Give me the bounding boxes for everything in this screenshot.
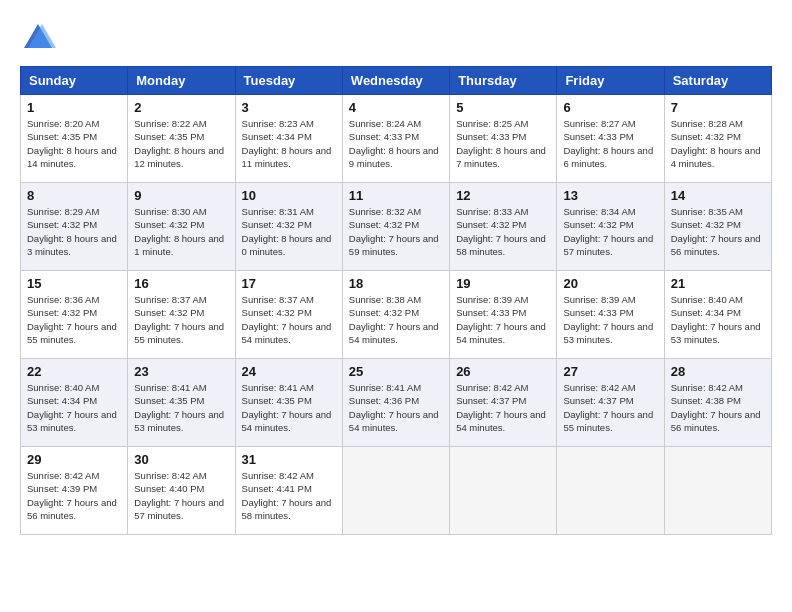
day-number: 21 <box>671 276 765 291</box>
day-number: 19 <box>456 276 550 291</box>
day-number: 10 <box>242 188 336 203</box>
day-info: Sunrise: 8:37 AMSunset: 4:32 PMDaylight:… <box>242 293 336 346</box>
day-info: Sunrise: 8:30 AMSunset: 4:32 PMDaylight:… <box>134 205 228 258</box>
calendar-cell <box>664 447 771 535</box>
day-number: 12 <box>456 188 550 203</box>
day-number: 7 <box>671 100 765 115</box>
col-header-wednesday: Wednesday <box>342 67 449 95</box>
day-info: Sunrise: 8:28 AMSunset: 4:32 PMDaylight:… <box>671 117 765 170</box>
day-number: 8 <box>27 188 121 203</box>
day-number: 15 <box>27 276 121 291</box>
day-info: Sunrise: 8:39 AMSunset: 4:33 PMDaylight:… <box>563 293 657 346</box>
day-number: 3 <box>242 100 336 115</box>
col-header-friday: Friday <box>557 67 664 95</box>
calendar-week-row: 1Sunrise: 8:20 AMSunset: 4:35 PMDaylight… <box>21 95 772 183</box>
calendar-cell: 5Sunrise: 8:25 AMSunset: 4:33 PMDaylight… <box>450 95 557 183</box>
day-info: Sunrise: 8:42 AMSunset: 4:39 PMDaylight:… <box>27 469 121 522</box>
day-number: 2 <box>134 100 228 115</box>
day-number: 20 <box>563 276 657 291</box>
calendar-cell: 27Sunrise: 8:42 AMSunset: 4:37 PMDayligh… <box>557 359 664 447</box>
day-number: 13 <box>563 188 657 203</box>
col-header-monday: Monday <box>128 67 235 95</box>
calendar-cell: 18Sunrise: 8:38 AMSunset: 4:32 PMDayligh… <box>342 271 449 359</box>
day-info: Sunrise: 8:41 AMSunset: 4:36 PMDaylight:… <box>349 381 443 434</box>
calendar-cell <box>342 447 449 535</box>
calendar-cell: 30Sunrise: 8:42 AMSunset: 4:40 PMDayligh… <box>128 447 235 535</box>
day-number: 11 <box>349 188 443 203</box>
day-number: 16 <box>134 276 228 291</box>
day-number: 31 <box>242 452 336 467</box>
calendar-cell: 19Sunrise: 8:39 AMSunset: 4:33 PMDayligh… <box>450 271 557 359</box>
calendar-cell: 13Sunrise: 8:34 AMSunset: 4:32 PMDayligh… <box>557 183 664 271</box>
calendar-cell: 8Sunrise: 8:29 AMSunset: 4:32 PMDaylight… <box>21 183 128 271</box>
day-number: 30 <box>134 452 228 467</box>
calendar-cell: 2Sunrise: 8:22 AMSunset: 4:35 PMDaylight… <box>128 95 235 183</box>
calendar-cell: 17Sunrise: 8:37 AMSunset: 4:32 PMDayligh… <box>235 271 342 359</box>
day-info: Sunrise: 8:42 AMSunset: 4:37 PMDaylight:… <box>456 381 550 434</box>
logo-icon <box>20 20 56 56</box>
day-info: Sunrise: 8:42 AMSunset: 4:40 PMDaylight:… <box>134 469 228 522</box>
calendar-cell: 3Sunrise: 8:23 AMSunset: 4:34 PMDaylight… <box>235 95 342 183</box>
day-info: Sunrise: 8:40 AMSunset: 4:34 PMDaylight:… <box>27 381 121 434</box>
day-info: Sunrise: 8:39 AMSunset: 4:33 PMDaylight:… <box>456 293 550 346</box>
calendar-cell: 1Sunrise: 8:20 AMSunset: 4:35 PMDaylight… <box>21 95 128 183</box>
day-info: Sunrise: 8:22 AMSunset: 4:35 PMDaylight:… <box>134 117 228 170</box>
calendar-cell: 22Sunrise: 8:40 AMSunset: 4:34 PMDayligh… <box>21 359 128 447</box>
calendar-cell: 4Sunrise: 8:24 AMSunset: 4:33 PMDaylight… <box>342 95 449 183</box>
day-info: Sunrise: 8:24 AMSunset: 4:33 PMDaylight:… <box>349 117 443 170</box>
day-info: Sunrise: 8:23 AMSunset: 4:34 PMDaylight:… <box>242 117 336 170</box>
calendar-cell: 26Sunrise: 8:42 AMSunset: 4:37 PMDayligh… <box>450 359 557 447</box>
col-header-saturday: Saturday <box>664 67 771 95</box>
calendar-cell: 6Sunrise: 8:27 AMSunset: 4:33 PMDaylight… <box>557 95 664 183</box>
day-number: 9 <box>134 188 228 203</box>
day-info: Sunrise: 8:25 AMSunset: 4:33 PMDaylight:… <box>456 117 550 170</box>
calendar-cell: 28Sunrise: 8:42 AMSunset: 4:38 PMDayligh… <box>664 359 771 447</box>
calendar-cell: 15Sunrise: 8:36 AMSunset: 4:32 PMDayligh… <box>21 271 128 359</box>
day-number: 25 <box>349 364 443 379</box>
day-info: Sunrise: 8:32 AMSunset: 4:32 PMDaylight:… <box>349 205 443 258</box>
calendar-cell: 14Sunrise: 8:35 AMSunset: 4:32 PMDayligh… <box>664 183 771 271</box>
day-info: Sunrise: 8:40 AMSunset: 4:34 PMDaylight:… <box>671 293 765 346</box>
day-number: 29 <box>27 452 121 467</box>
calendar-cell: 10Sunrise: 8:31 AMSunset: 4:32 PMDayligh… <box>235 183 342 271</box>
day-info: Sunrise: 8:42 AMSunset: 4:38 PMDaylight:… <box>671 381 765 434</box>
day-info: Sunrise: 8:41 AMSunset: 4:35 PMDaylight:… <box>242 381 336 434</box>
calendar-cell: 24Sunrise: 8:41 AMSunset: 4:35 PMDayligh… <box>235 359 342 447</box>
day-number: 14 <box>671 188 765 203</box>
day-number: 24 <box>242 364 336 379</box>
calendar-cell: 23Sunrise: 8:41 AMSunset: 4:35 PMDayligh… <box>128 359 235 447</box>
calendar-cell: 12Sunrise: 8:33 AMSunset: 4:32 PMDayligh… <box>450 183 557 271</box>
day-number: 23 <box>134 364 228 379</box>
day-info: Sunrise: 8:42 AMSunset: 4:41 PMDaylight:… <box>242 469 336 522</box>
col-header-sunday: Sunday <box>21 67 128 95</box>
calendar-week-row: 15Sunrise: 8:36 AMSunset: 4:32 PMDayligh… <box>21 271 772 359</box>
calendar-cell: 25Sunrise: 8:41 AMSunset: 4:36 PMDayligh… <box>342 359 449 447</box>
day-number: 22 <box>27 364 121 379</box>
calendar-header-row: SundayMondayTuesdayWednesdayThursdayFrid… <box>21 67 772 95</box>
day-number: 18 <box>349 276 443 291</box>
day-info: Sunrise: 8:38 AMSunset: 4:32 PMDaylight:… <box>349 293 443 346</box>
day-info: Sunrise: 8:33 AMSunset: 4:32 PMDaylight:… <box>456 205 550 258</box>
calendar-week-row: 22Sunrise: 8:40 AMSunset: 4:34 PMDayligh… <box>21 359 772 447</box>
col-header-tuesday: Tuesday <box>235 67 342 95</box>
day-number: 27 <box>563 364 657 379</box>
day-info: Sunrise: 8:37 AMSunset: 4:32 PMDaylight:… <box>134 293 228 346</box>
day-info: Sunrise: 8:41 AMSunset: 4:35 PMDaylight:… <box>134 381 228 434</box>
day-info: Sunrise: 8:42 AMSunset: 4:37 PMDaylight:… <box>563 381 657 434</box>
calendar-cell <box>557 447 664 535</box>
day-number: 4 <box>349 100 443 115</box>
day-number: 17 <box>242 276 336 291</box>
logo <box>20 20 62 56</box>
page-header <box>20 20 772 56</box>
day-info: Sunrise: 8:35 AMSunset: 4:32 PMDaylight:… <box>671 205 765 258</box>
calendar-cell: 20Sunrise: 8:39 AMSunset: 4:33 PMDayligh… <box>557 271 664 359</box>
calendar-cell: 9Sunrise: 8:30 AMSunset: 4:32 PMDaylight… <box>128 183 235 271</box>
calendar-cell: 29Sunrise: 8:42 AMSunset: 4:39 PMDayligh… <box>21 447 128 535</box>
day-number: 6 <box>563 100 657 115</box>
day-number: 26 <box>456 364 550 379</box>
calendar-cell: 16Sunrise: 8:37 AMSunset: 4:32 PMDayligh… <box>128 271 235 359</box>
day-info: Sunrise: 8:36 AMSunset: 4:32 PMDaylight:… <box>27 293 121 346</box>
day-number: 1 <box>27 100 121 115</box>
day-info: Sunrise: 8:20 AMSunset: 4:35 PMDaylight:… <box>27 117 121 170</box>
calendar-cell: 7Sunrise: 8:28 AMSunset: 4:32 PMDaylight… <box>664 95 771 183</box>
